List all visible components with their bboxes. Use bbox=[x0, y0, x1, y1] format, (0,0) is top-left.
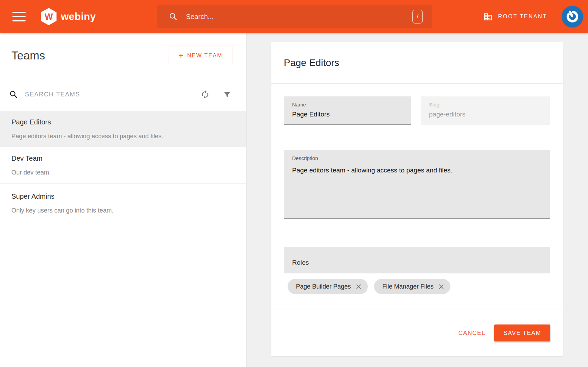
role-chip-file-manager-files: File Manager Files bbox=[374, 279, 450, 294]
search-icon bbox=[9, 90, 18, 99]
team-name: Super Admins bbox=[11, 192, 232, 200]
chip-label: File Manager Files bbox=[382, 283, 433, 290]
name-field: Name bbox=[284, 96, 411, 125]
teams-panel-header: Teams + NEW TEAM bbox=[0, 33, 246, 78]
roles-field-label: Roles bbox=[292, 259, 309, 266]
filter-icon bbox=[223, 91, 231, 98]
new-team-button-label: NEW TEAM bbox=[187, 53, 223, 59]
slash-shortcut-key: / bbox=[412, 10, 423, 23]
team-name: Page Editors bbox=[11, 118, 232, 126]
remove-role-icon[interactable] bbox=[438, 284, 444, 290]
team-details-header: Page Editors bbox=[271, 42, 563, 84]
plus-icon: + bbox=[179, 51, 184, 60]
hamburger-menu-icon[interactable] bbox=[12, 12, 26, 21]
description-field-label: Description bbox=[292, 155, 542, 161]
team-name: Dev Team bbox=[11, 154, 232, 162]
team-description: Our dev team. bbox=[11, 169, 232, 176]
description-textarea[interactable] bbox=[292, 166, 542, 211]
top-bar: W webiny / ROOT TENANT bbox=[0, 0, 588, 33]
search-icon bbox=[169, 12, 178, 21]
team-description: Only key users can go into this team. bbox=[11, 207, 232, 214]
team-list-item-dev-team[interactable]: Dev Team Our dev team. bbox=[0, 147, 246, 184]
tenant-label: ROOT TENANT bbox=[498, 13, 547, 20]
webiny-admin-app: W webiny / ROOT TENANT bbox=[0, 0, 588, 367]
refresh-button[interactable] bbox=[200, 90, 210, 100]
name-field-label: Name bbox=[292, 102, 403, 107]
team-list-item-super-admins[interactable]: Super Admins Only key users can go into … bbox=[0, 184, 246, 223]
new-team-button[interactable]: + NEW TEAM bbox=[168, 47, 233, 64]
cancel-button[interactable]: CANCEL bbox=[451, 324, 493, 341]
global-search-input[interactable] bbox=[186, 13, 412, 21]
global-search-bar: / bbox=[157, 5, 432, 28]
slug-input bbox=[429, 111, 542, 118]
webiny-hexagon-icon: W bbox=[41, 8, 57, 25]
logo-wordmark: webiny bbox=[61, 11, 96, 22]
name-input[interactable] bbox=[292, 111, 403, 118]
teams-search-input[interactable] bbox=[25, 91, 200, 98]
tenant-selector[interactable]: ROOT TENANT bbox=[483, 0, 547, 33]
page-title: Teams bbox=[11, 49, 45, 62]
description-field: Description bbox=[284, 150, 550, 219]
refresh-icon bbox=[200, 90, 210, 99]
power-logo-icon bbox=[566, 10, 579, 23]
teams-list-panel: Teams + NEW TEAM Pa bbox=[0, 33, 246, 367]
webiny-logo[interactable]: W webiny bbox=[41, 8, 96, 25]
svg-text:W: W bbox=[45, 12, 53, 21]
team-list-item-page-editors[interactable]: Page Editors Page editors team - allowin… bbox=[0, 111, 246, 147]
roles-field[interactable]: Roles bbox=[284, 247, 550, 273]
team-details-title: Page Editors bbox=[284, 57, 339, 68]
teams-search-row bbox=[0, 78, 246, 111]
slug-field: Slug bbox=[421, 96, 550, 125]
footer-divider bbox=[271, 310, 563, 310]
building-icon bbox=[483, 12, 493, 21]
save-team-button[interactable]: SAVE TEAM bbox=[494, 324, 550, 341]
role-chip-page-builder-pages: Page Builder Pages bbox=[288, 279, 368, 294]
remove-role-icon[interactable] bbox=[356, 284, 362, 290]
roles-chips: Page Builder Pages File Manager Files bbox=[288, 279, 450, 294]
team-details-card: Page Editors Name Slug Description Roles… bbox=[271, 42, 563, 356]
user-avatar[interactable] bbox=[562, 6, 583, 27]
slug-field-label: Slug bbox=[429, 102, 542, 107]
chip-label: Page Builder Pages bbox=[296, 283, 351, 290]
filter-button[interactable] bbox=[222, 90, 232, 100]
team-description: Page editors team - allowing access to p… bbox=[11, 133, 232, 140]
